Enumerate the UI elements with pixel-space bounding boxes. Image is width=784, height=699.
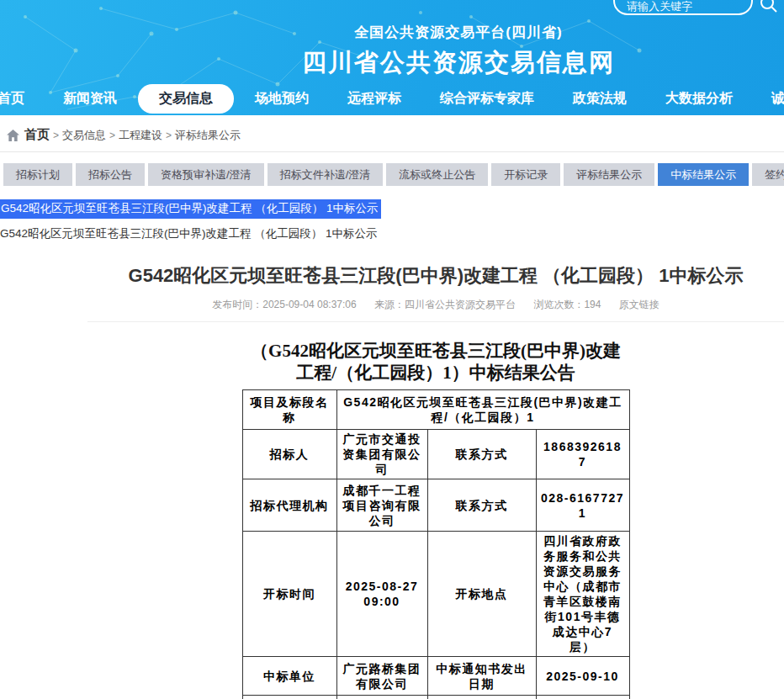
source-value: 四川省公共资源交易平台 xyxy=(405,299,516,310)
breadcrumb-separator: > xyxy=(53,130,59,141)
table-row: 招标控制价（元） 2.8423758E7 中标金额（元） 27392774.56… xyxy=(242,696,629,699)
nav-item-news[interactable]: 新闻资讯 xyxy=(44,90,136,108)
breadcrumb-home[interactable]: 首页 xyxy=(24,127,50,143)
breadcrumb-separator: > xyxy=(109,130,115,141)
agency-contact-label: 联系方式 xyxy=(427,479,536,532)
result-link-selected[interactable]: G542昭化区元坝至旺苍县三江段(巴中界)改建工程 （化工园段） 1中标公示 xyxy=(0,199,381,219)
page-title: G542昭化区元坝至旺苍县三江段(巴中界)改建工程 （化工园段） 1中标公示 xyxy=(87,263,784,289)
main-nav: 首页 新闻资讯 交易信息 场地预约 远程评标 综合评标专家库 政策法规 大数据分… xyxy=(0,82,784,115)
source-label: 来源： xyxy=(374,299,405,310)
original-link[interactable]: 原文链接 xyxy=(619,299,660,310)
tab-docs-supplement[interactable]: 招标文件补遗/澄清 xyxy=(268,163,384,186)
breadcrumb-eval-results[interactable]: 评标结果公示 xyxy=(175,128,241,143)
tab-bid-announcement[interactable]: 招标公告 xyxy=(76,163,145,186)
opening-time-label: 开标时间 xyxy=(242,532,336,657)
breadcrumb: 首页 > 交易信息 > 工程建设 > 评标结果公示 xyxy=(0,127,784,152)
tenderer-contact-value: 18683926187 xyxy=(536,430,629,479)
winner-value: 广元路桥集团有限公司 xyxy=(336,657,427,696)
notice-date-value: 2025-09-10 xyxy=(536,657,629,696)
breadcrumb-trade-info[interactable]: 交易信息 xyxy=(62,128,106,143)
article: G542昭化区元坝至旺苍县三江段(巴中界)改建工程 （化工园段） 1中标公示 发… xyxy=(87,263,784,699)
opening-place-label: 开标地点 xyxy=(427,532,536,657)
award-table: 项目及标段名称 G542昭化区元坝至旺苍县三江段(巴中界)改建工程/（化工园段）… xyxy=(242,389,630,699)
tenderer-label: 招标人 xyxy=(242,430,336,479)
control-price-label: 招标控制价（元） xyxy=(242,696,336,699)
notice-date-label: 中标通知书发出日期 xyxy=(427,657,536,696)
tab-bid-plan[interactable]: 招标计划 xyxy=(3,163,72,186)
article-meta: 发布时间：2025-09-04 08:37:06 来源：四川省公共资源交易平台 … xyxy=(87,298,784,322)
announcement-title: （G542昭化区元坝至旺苍县三江段(巴中界)改建工程/（化工园段）1）中标结果公… xyxy=(246,340,626,384)
tenderer-contact-label: 联系方式 xyxy=(427,430,536,479)
table-row: 招标人 广元市交通投资集团有限公司 联系方式 18683926187 xyxy=(242,430,629,479)
platform-title: 全国公共资源交易平台(四川省) xyxy=(133,23,784,42)
award-amount-value: 27392774.56元 xyxy=(536,696,629,699)
table-row: 招标代理机构 成都千一工程项目咨询有限公司 联系方式 028-61677271 xyxy=(242,479,629,532)
published-label: 发布时间： xyxy=(212,299,262,310)
opening-place-value: 四川省政府政务服务和公共资源交易服务中心（成都市青羊区鼓楼南街101号丰德成达中… xyxy=(536,532,629,657)
home-icon xyxy=(7,130,19,141)
project-name-value: G542昭化区元坝至旺苍县三江段(巴中界)改建工程/（化工园段）1 xyxy=(336,390,629,430)
opening-time-value: 2025-08-27 09:00 xyxy=(336,532,427,657)
tab-failed-termination[interactable]: 流标或终止公告 xyxy=(386,163,488,186)
breadcrumb-engineering[interactable]: 工程建设 xyxy=(119,128,162,143)
nav-item-expert-db[interactable]: 综合评标专家库 xyxy=(421,90,554,108)
agency-contact-value: 028-61677271 xyxy=(536,479,629,532)
tab-award-results[interactable]: 中标结果公示 xyxy=(658,163,749,186)
tab-contract-performance[interactable]: 签约履行 xyxy=(752,163,784,186)
control-price-value: 2.8423758E7 xyxy=(336,696,427,699)
award-amount-label: 中标金额（元） xyxy=(427,696,536,699)
table-row: 开标时间 2025-08-27 09:00 开标地点 四川省政府政务服务和公共资… xyxy=(242,532,629,657)
nav-item-policy[interactable]: 政策法规 xyxy=(554,90,646,108)
views-count: 194 xyxy=(584,299,601,310)
tenderer-value: 广元市交通投资集团有限公司 xyxy=(336,430,427,479)
tab-eval-results[interactable]: 评标结果公示 xyxy=(564,163,654,186)
nav-item-integrity[interactable]: 诚信监督 xyxy=(752,90,784,108)
nav-item-home[interactable]: 首页 xyxy=(0,90,44,108)
table-row: 中标单位 广元路桥集团有限公司 中标通知书发出日期 2025-09-10 xyxy=(242,657,629,696)
agency-label: 招标代理机构 xyxy=(242,479,336,532)
nav-item-bigdata[interactable]: 大数据分析 xyxy=(646,90,752,108)
agency-value: 成都千一工程项目咨询有限公司 xyxy=(336,479,427,532)
result-link[interactable]: G542昭化区元坝至旺苍县三江段(巴中界)改建工程 （化工园段） 1中标公示 xyxy=(0,226,784,241)
tab-bid-opening-record[interactable]: 开标记录 xyxy=(491,163,560,186)
nav-item-venue[interactable]: 场地预约 xyxy=(236,90,328,108)
views-label: 浏览次数： xyxy=(533,299,584,310)
result-list: G542昭化区元坝至旺苍县三江段(巴中界)改建工程 （化工园段） 1中标公示 G… xyxy=(0,199,784,241)
breadcrumb-separator: > xyxy=(166,130,172,141)
nav-item-remote-eval[interactable]: 远程评标 xyxy=(328,90,421,108)
published-time: 2025-09-04 08:37:06 xyxy=(262,299,356,310)
table-row: 项目及标段名称 G542昭化区元坝至旺苍县三江段(巴中界)改建工程/（化工园段）… xyxy=(242,390,629,430)
project-name-label: 项目及标段名称 xyxy=(242,390,336,430)
winner-label: 中标单位 xyxy=(242,657,336,696)
tab-prequal-supplement[interactable]: 资格预审补遗/澄清 xyxy=(148,163,264,186)
nav-item-trade-info[interactable]: 交易信息 xyxy=(138,84,234,114)
site-title: 四川省公共资源交易信息网 xyxy=(133,46,784,80)
category-tabs: 招标计划 招标公告 资格预审补遗/澄清 招标文件补遗/澄清 流标或终止公告 开标… xyxy=(3,163,784,186)
site-header: 全国公共资源交易平台(四川省) 四川省公共资源交易信息网 首页 新闻资讯 交易信… xyxy=(0,0,784,115)
